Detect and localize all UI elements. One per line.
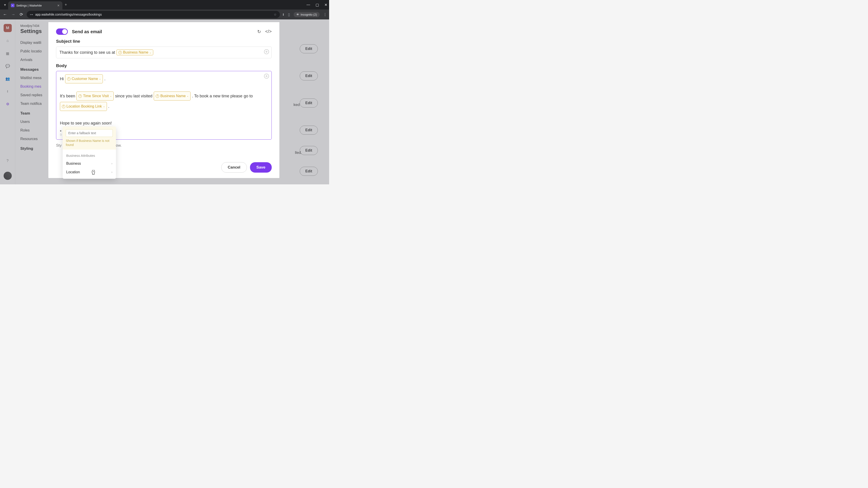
toggle-label: Send as email xyxy=(72,29,102,34)
back-button[interactable]: ← xyxy=(2,12,8,17)
info-icon: ! xyxy=(62,105,65,108)
subject-label: Subject line xyxy=(56,39,272,44)
fallback-input[interactable] xyxy=(66,129,113,137)
chevron-down-icon: ⌄ xyxy=(187,94,188,98)
info-icon: ! xyxy=(79,94,82,98)
info-icon: ! xyxy=(156,94,159,98)
browser-menu-icon[interactable]: ⋮ xyxy=(323,12,327,17)
maximize-icon[interactable]: ▢ xyxy=(315,3,319,7)
variable-dropdown: Shown if Business Name is not found Busi… xyxy=(63,127,116,179)
tab-favicon: • xyxy=(11,4,14,7)
reset-icon[interactable]: ↻ xyxy=(257,29,261,34)
browser-tab-bar: ▾ • Settings | Waitwhile ✕ + ― ▢ ✕ xyxy=(0,0,329,9)
cancel-button[interactable]: Cancel xyxy=(221,162,247,173)
save-button[interactable]: Save xyxy=(250,162,272,173)
chevron-down-icon: ⌄ xyxy=(103,104,105,109)
new-tab-button[interactable]: + xyxy=(65,2,67,7)
chevron-down-icon: ⌄ xyxy=(99,76,101,81)
body-label: Body xyxy=(56,63,272,68)
site-info-icon[interactable]: ⊶ xyxy=(30,13,33,16)
add-variable-icon[interactable] xyxy=(264,73,269,79)
variable-chip-customer-name[interactable]: ! Customer Name ⌄ xyxy=(65,74,103,84)
browser-tab[interactable]: • Settings | Waitwhile ✕ xyxy=(8,1,62,9)
fallback-hint: Shown if Business Name is not found xyxy=(66,139,113,147)
info-icon: ! xyxy=(119,51,122,54)
dropdown-item-business[interactable]: Business › xyxy=(63,159,116,168)
info-icon: ! xyxy=(67,77,70,80)
chevron-down-icon: ⌄ xyxy=(149,51,151,54)
variable-chip-location-booking-link[interactable]: ! Location Booking Link ⌄ xyxy=(60,102,107,111)
variable-chip-business-name[interactable]: ! Business Name ⌄ xyxy=(154,92,191,101)
extensions-icon[interactable]: ⫾ xyxy=(283,12,284,17)
chevron-right-icon: › xyxy=(112,162,112,165)
window-controls: ― ▢ ✕ xyxy=(307,3,327,7)
url-text: app.waitwhile.com/settings/messages/book… xyxy=(35,13,102,16)
subject-input[interactable]: Thanks for coming to see us at ! Busines… xyxy=(56,46,272,58)
code-icon[interactable]: </> xyxy=(265,29,272,34)
close-window-icon[interactable]: ✕ xyxy=(324,3,327,7)
char-count: 9 xyxy=(60,131,62,138)
chevron-right-icon: › xyxy=(112,170,112,174)
bookmark-icon[interactable]: ☆ xyxy=(274,13,277,16)
tab-title: Settings | Waitwhile xyxy=(16,4,42,7)
dropdown-section-header: Business Attributes xyxy=(63,152,116,159)
side-panel-icon[interactable]: ▯ xyxy=(288,12,290,17)
forward-button[interactable]: → xyxy=(10,12,16,17)
variable-chip-business-name[interactable]: ! Business Name ⌄ xyxy=(116,50,153,55)
incognito-icon: 👁 xyxy=(296,13,299,16)
close-tab-icon[interactable]: ✕ xyxy=(57,4,60,7)
address-bar[interactable]: ⊶ app.waitwhile.com/settings/messages/bo… xyxy=(27,11,280,18)
reload-button[interactable]: ⟳ xyxy=(19,12,24,17)
chevron-down-icon: ⌄ xyxy=(110,94,112,98)
add-variable-icon[interactable] xyxy=(264,49,269,55)
send-as-email-toggle[interactable] xyxy=(56,29,68,35)
tab-search-dropdown[interactable]: ▾ xyxy=(2,2,8,8)
dropdown-item-location[interactable]: Location › xyxy=(63,168,116,176)
minimize-icon[interactable]: ― xyxy=(307,3,310,7)
variable-chip-time-since-visit[interactable]: ! Time Since Visit ⌄ xyxy=(76,92,114,101)
browser-toolbar: ← → ⟳ ⊶ app.waitwhile.com/settings/messa… xyxy=(0,9,329,20)
incognito-badge[interactable]: 👁 Incognito (2) xyxy=(293,12,320,17)
